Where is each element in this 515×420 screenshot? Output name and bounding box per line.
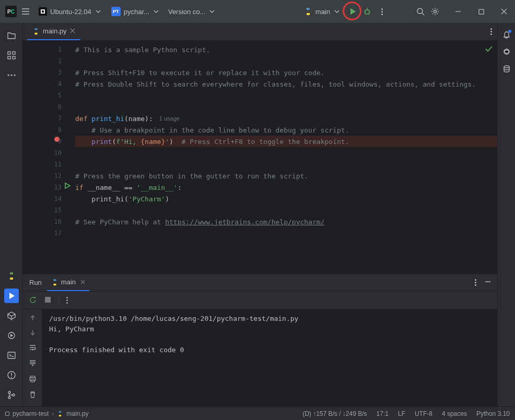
- wsl-distro-dropdown[interactable]: Ubuntu-22.04: [34, 4, 105, 19]
- run-gutter-icon[interactable]: [64, 182, 71, 191]
- more-tool-windows-button[interactable]: [4, 68, 19, 82]
- run-console-options[interactable]: [66, 297, 68, 304]
- svg-rect-1: [42, 10, 44, 13]
- clear-all-button[interactable]: [29, 391, 37, 400]
- svg-point-2: [307, 8, 307, 9]
- run-button[interactable]: [347, 6, 358, 17]
- run-config-label: main: [315, 8, 330, 16]
- svg-point-19: [8, 391, 10, 393]
- run-console[interactable]: /usr/bin/python3.10 /home/lucas/seng-201…: [42, 309, 497, 406]
- close-tab-button[interactable]: [70, 27, 75, 35]
- code-editor[interactable]: 1 2 3 4 5 6 7 8 9 10 11 12 13 14 15 16 1…: [23, 41, 497, 273]
- more-actions-button[interactable]: [376, 6, 388, 17]
- status-network[interactable]: (D) ↑157 B/s / ↓249 B/s: [302, 410, 367, 417]
- run-tool-button[interactable]: [4, 289, 19, 303]
- breadcrumb-file[interactable]: main.py: [66, 410, 88, 417]
- editor-tabs: main.py: [23, 23, 497, 41]
- svg-point-5: [417, 8, 423, 14]
- status-encoding[interactable]: UTF-8: [415, 410, 432, 417]
- soft-wrap-button[interactable]: [29, 344, 37, 353]
- status-line-ending[interactable]: LF: [398, 410, 405, 417]
- svg-point-3: [309, 14, 309, 15]
- right-tool-stripe: [497, 23, 515, 406]
- status-interpreter[interactable]: Python 3.10: [476, 410, 510, 417]
- title-bar: PC Ubuntu-22.04 PT pychar... Version co.…: [0, 0, 515, 23]
- svg-point-18: [11, 377, 12, 378]
- svg-rect-25: [31, 380, 34, 382]
- run-options-button[interactable]: [475, 279, 476, 286]
- left-tool-stripe: [0, 23, 23, 406]
- run-config-dropdown[interactable]: main: [300, 4, 344, 19]
- breakpoint-marker[interactable]: [54, 137, 60, 142]
- close-window-button[interactable]: [498, 6, 510, 17]
- linux-icon: [39, 7, 47, 16]
- svg-rect-9: [13, 52, 15, 54]
- editor-gutter[interactable]: 1 2 3 4 5 6 7 8 9 10 11 12 13 14 15 16 1…: [23, 41, 75, 273]
- vcs-label: Version co...: [168, 8, 206, 16]
- code-area[interactable]: # This is a sample Python script. # Pres…: [75, 41, 497, 273]
- run-toolbar: [23, 292, 497, 309]
- svg-point-6: [434, 10, 437, 13]
- problems-tool-button[interactable]: [4, 368, 19, 382]
- pycharm-logo: PC: [5, 6, 17, 17]
- editor-tab-label: main.py: [43, 27, 67, 35]
- svg-point-20: [8, 397, 10, 399]
- settings-button[interactable]: [429, 6, 441, 17]
- services-tool-button[interactable]: [4, 328, 19, 343]
- run-title: Run: [29, 279, 42, 286]
- editor-tabs-menu[interactable]: [490, 28, 492, 35]
- svg-point-12: [7, 75, 9, 76]
- run-tool-window: Run main: [23, 273, 497, 406]
- search-everywhere-button[interactable]: [415, 6, 426, 17]
- minimize-button[interactable]: [452, 6, 464, 17]
- editor-tab-main[interactable]: main.py: [27, 23, 80, 40]
- up-stack-button[interactable]: [29, 315, 36, 323]
- vcs-dropdown[interactable]: Version co...: [165, 4, 218, 19]
- python-console-tool-button[interactable]: [4, 269, 19, 283]
- rerun-button[interactable]: [29, 296, 37, 305]
- notifications-button[interactable]: [502, 30, 511, 40]
- hide-run-button[interactable]: [485, 279, 491, 286]
- svg-point-27: [504, 66, 509, 68]
- status-indent[interactable]: 4 spaces: [442, 410, 467, 417]
- svg-rect-10: [8, 56, 10, 59]
- svg-rect-8: [8, 52, 10, 54]
- breadcrumb-project[interactable]: pycharm-test: [13, 410, 49, 417]
- ai-assistant-button[interactable]: [502, 47, 511, 57]
- version-control-tool-button[interactable]: [4, 388, 19, 402]
- project-dropdown[interactable]: PT pychar...: [108, 4, 162, 19]
- stop-button[interactable]: [44, 296, 51, 305]
- project-badge: PT: [111, 7, 121, 16]
- project-label: pychar...: [124, 8, 149, 16]
- python-packages-tool-button[interactable]: [4, 308, 19, 323]
- inspection-ok-icon[interactable]: [485, 45, 493, 55]
- down-stack-button[interactable]: [29, 329, 36, 338]
- project-tool-button[interactable]: [4, 28, 19, 43]
- maximize-button[interactable]: [475, 6, 487, 17]
- close-run-tab[interactable]: [80, 278, 85, 286]
- svg-rect-7: [479, 9, 484, 14]
- run-header: Run main: [23, 274, 497, 292]
- main-menu-button[interactable]: [20, 6, 31, 17]
- run-side-toolbar: [23, 309, 42, 406]
- svg-rect-22: [45, 297, 51, 303]
- svg-point-13: [10, 75, 12, 76]
- scroll-to-end-button[interactable]: [29, 359, 37, 369]
- terminal-tool-button[interactable]: [4, 348, 19, 363]
- svg-point-14: [14, 75, 15, 76]
- print-button[interactable]: [29, 375, 37, 385]
- chevron-down-icon: [96, 9, 101, 14]
- python-file-icon: [32, 28, 40, 35]
- chevron-down-icon: [334, 9, 340, 14]
- database-tool-button[interactable]: [502, 65, 511, 75]
- debug-button[interactable]: [361, 6, 373, 17]
- chevron-down-icon: [209, 9, 215, 14]
- structure-tool-button[interactable]: [4, 48, 19, 63]
- status-caret-pos[interactable]: 17:1: [377, 410, 389, 417]
- project-root-icon: [5, 412, 9, 416]
- svg-rect-11: [13, 56, 15, 59]
- run-tab-main[interactable]: main: [47, 274, 89, 291]
- run-tab-label: main: [61, 278, 76, 286]
- wsl-label: Ubuntu-22.04: [50, 8, 91, 16]
- navigation-bar[interactable]: pycharm-test › main.py: [5, 410, 88, 417]
